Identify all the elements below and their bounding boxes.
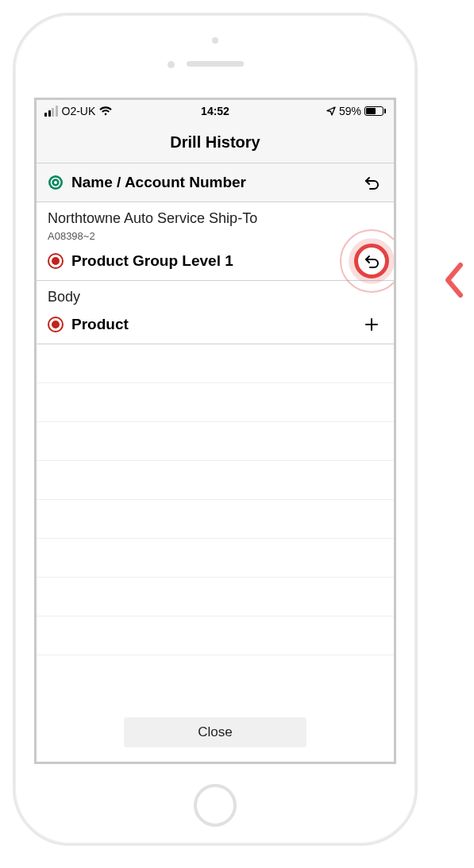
close-button[interactable]: Close <box>124 717 306 747</box>
clock: 14:52 <box>201 105 229 117</box>
phone-bezel-top <box>15 15 415 86</box>
page-title: Drill History <box>37 122 394 163</box>
drill-list: Name / Account Number Northtowne Auto Se… <box>37 163 394 762</box>
battery-icon <box>364 106 386 116</box>
row-context: Body <box>48 289 383 305</box>
row-context: Northtowne Auto Service Ship-To <box>48 210 383 227</box>
svg-point-6 <box>52 321 60 328</box>
row-subtext: A08398~2 <box>48 230 383 242</box>
status-bar: O2-UK 14:52 59% <box>37 100 394 122</box>
phone-bezel-bottom <box>15 767 415 843</box>
carrier-label: O2-UK <box>62 105 96 117</box>
drill-row-product[interactable]: Body Product <box>37 281 394 344</box>
undo-button[interactable] <box>360 171 383 194</box>
battery-percent: 59% <box>339 105 361 117</box>
drill-row-product-group[interactable]: Northtowne Auto Service Ship-To A08398~2… <box>37 202 394 281</box>
drill-row-name-account[interactable]: Name / Account Number <box>37 163 394 202</box>
camera-dot <box>212 37 218 44</box>
status-left: O2-UK <box>44 105 201 117</box>
row-label: Product <box>71 316 353 333</box>
footer-bar: Close <box>37 709 394 762</box>
target-icon <box>48 175 64 190</box>
callout-arrow-icon <box>437 256 469 304</box>
record-icon <box>48 317 64 332</box>
status-right: 59% <box>229 105 386 117</box>
svg-point-2 <box>54 181 57 184</box>
speaker-slot <box>187 61 244 67</box>
empty-list-area <box>37 344 394 709</box>
home-button[interactable] <box>194 784 237 827</box>
phone-frame: O2-UK 14:52 59% Drill History <box>13 13 418 846</box>
row-label: Name / Account Number <box>71 174 353 191</box>
signal-icon <box>44 106 58 117</box>
wifi-icon <box>99 106 112 116</box>
record-icon <box>48 253 64 269</box>
sensor-dot <box>168 61 175 68</box>
screen: O2-UK 14:52 59% Drill History <box>34 98 396 764</box>
row-label: Product Group Level 1 <box>71 252 353 270</box>
location-icon <box>326 106 336 116</box>
undo-button[interactable] <box>360 250 383 272</box>
svg-point-4 <box>52 257 60 265</box>
add-button[interactable] <box>360 313 383 336</box>
